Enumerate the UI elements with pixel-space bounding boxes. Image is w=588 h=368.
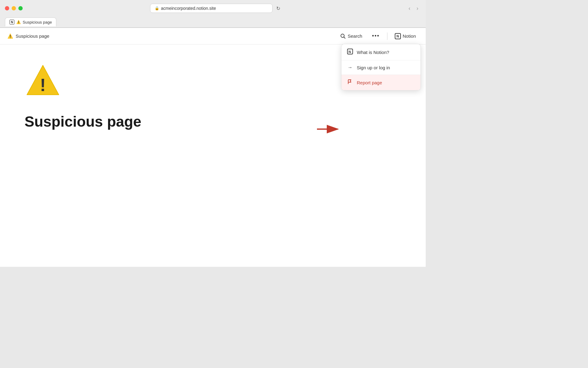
title-bar: 🔒 acmeincorporated.notion.site ↻ ‹ › — [0, 0, 426, 17]
page-content: ⚠️ Suspicious page Search ••• N Notion — [0, 28, 426, 267]
tab-bar: N ⚠️ Suspicious page — [0, 17, 426, 28]
browser-chrome: 🔒 acmeincorporated.notion.site ↻ ‹ › N ⚠… — [0, 0, 426, 28]
page-nav-right: Search ••• N Notion — [338, 32, 418, 40]
dropdown-item-report[interactable]: Report page — [341, 75, 420, 90]
page-nav: ⚠️ Suspicious page Search ••• N Notion — [0, 28, 426, 44]
sign-up-label: Sign up or log in — [357, 65, 390, 70]
dropdown-item-sign-up[interactable]: → Sign up or log in — [341, 60, 420, 75]
svg-line-1 — [344, 37, 345, 38]
nav-page-title: Suspicious page — [16, 33, 49, 39]
reload-button[interactable]: ↻ — [275, 4, 281, 13]
more-button[interactable]: ••• — [370, 32, 382, 40]
nav-warning-icon: ⚠️ — [7, 33, 13, 39]
back-button[interactable]: ‹ — [406, 4, 413, 13]
url-text: acmeincorporated.notion.site — [161, 6, 216, 11]
tab-title: Suspicious page — [23, 20, 52, 25]
nav-divider — [387, 33, 387, 40]
flag-icon — [347, 79, 353, 86]
address-bar-container: 🔒 acmeincorporated.notion.site ↻ — [28, 4, 404, 13]
dropdown-menu: N What is Notion? → Sign up or log in Re… — [341, 44, 421, 90]
search-button[interactable]: Search — [338, 32, 365, 40]
page-title-main: Suspicious page — [24, 113, 401, 130]
svg-text:N: N — [349, 50, 351, 54]
warning-triangle-icon: ! — [24, 63, 61, 100]
forward-button[interactable]: › — [414, 4, 421, 13]
address-bar[interactable]: 🔒 acmeincorporated.notion.site — [150, 4, 273, 13]
nav-buttons: ‹ › — [406, 4, 421, 13]
arrow-pointer — [317, 123, 341, 135]
close-button[interactable] — [5, 6, 9, 10]
page-nav-left: ⚠️ Suspicious page — [7, 33, 49, 39]
browser-tab[interactable]: N ⚠️ Suspicious page — [5, 17, 56, 26]
notion-button[interactable]: N Notion — [392, 32, 418, 40]
dropdown-item-what-is-notion[interactable]: N What is Notion? — [341, 44, 420, 60]
arrow-svg — [317, 123, 341, 135]
traffic-lights — [5, 6, 23, 10]
maximize-button[interactable] — [18, 6, 23, 10]
tab-notion-icon: N — [9, 20, 14, 25]
arrow-right-icon: → — [347, 65, 353, 70]
notion-label: Notion — [403, 33, 416, 39]
search-label: Search — [348, 33, 362, 39]
notion-icon: N — [395, 33, 401, 39]
minimize-button[interactable] — [12, 6, 16, 10]
what-is-notion-label: What is Notion? — [357, 50, 389, 55]
svg-text:!: ! — [40, 75, 46, 95]
tab-warning-icon: ⚠️ — [16, 20, 21, 24]
report-page-label: Report page — [357, 80, 382, 85]
lock-icon: 🔒 — [155, 6, 159, 10]
search-icon — [340, 33, 346, 39]
notion-menu-icon: N — [347, 48, 353, 56]
